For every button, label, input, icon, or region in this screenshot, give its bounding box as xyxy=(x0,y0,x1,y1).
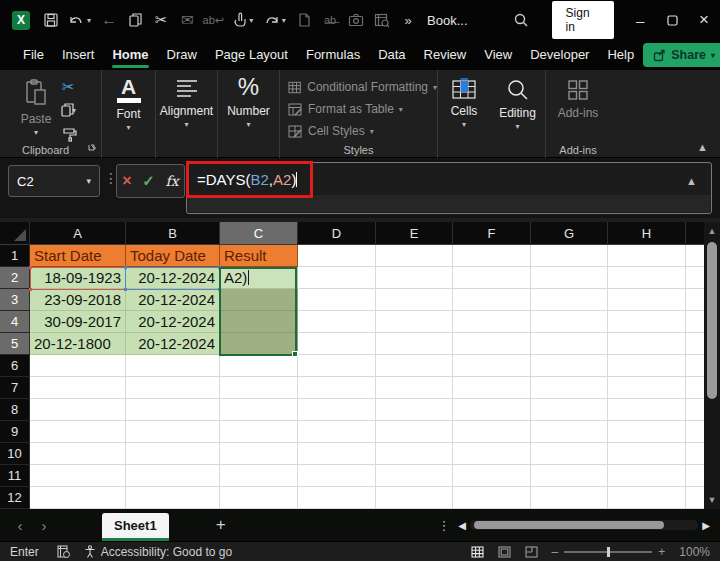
cell-styles-button[interactable]: Cell Styles ▾ xyxy=(280,120,437,142)
formula-input[interactable]: =DAYS(B2,A2) ▲ xyxy=(186,162,712,214)
addins-button[interactable]: Add-ins xyxy=(546,70,610,120)
cell-A9[interactable] xyxy=(30,421,126,443)
column-header-e[interactable]: E xyxy=(376,222,453,245)
column-header-b[interactable]: B xyxy=(126,222,220,245)
cell-H2[interactable] xyxy=(608,267,686,289)
cell-D7[interactable] xyxy=(298,377,376,399)
tab-view[interactable]: View xyxy=(475,41,521,70)
cell-A6[interactable] xyxy=(30,355,126,377)
cell-C10[interactable] xyxy=(220,443,298,465)
scroll-up-icon[interactable]: ▲ xyxy=(708,222,717,240)
cell-F7[interactable] xyxy=(453,377,531,399)
number-button[interactable]: % Number ▾ xyxy=(218,70,279,129)
row-header-7[interactable]: 7 xyxy=(0,377,30,399)
alignment-button[interactable]: Alignment ▾ xyxy=(156,70,217,129)
clipboard-dialog-launcher-icon[interactable] xyxy=(88,137,97,155)
cell-A5[interactable]: 20-12-1800 xyxy=(30,333,126,355)
cell-A4[interactable]: 30-09-2017 xyxy=(30,311,126,333)
tab-page-layout[interactable]: Page Layout xyxy=(206,41,297,70)
cell-F3[interactable] xyxy=(453,289,531,311)
column-header-d[interactable]: D xyxy=(298,222,376,245)
cell-D5[interactable] xyxy=(298,333,376,355)
cell-F12[interactable] xyxy=(453,487,531,509)
zoom-slider-thumb[interactable] xyxy=(607,547,610,557)
minimize-button[interactable]: – xyxy=(624,0,656,40)
tab-formulas[interactable]: Formulas xyxy=(297,41,369,70)
tab-data[interactable]: Data xyxy=(369,41,414,70)
cell-D3[interactable] xyxy=(298,289,376,311)
cell-G10[interactable] xyxy=(531,443,608,465)
accessibility-icon[interactable]: Accessibility: Good to go xyxy=(84,545,232,559)
tab-insert[interactable]: Insert xyxy=(53,41,104,70)
zoom-in-icon[interactable]: + xyxy=(658,545,665,559)
cell-G5[interactable] xyxy=(531,333,608,355)
macro-record-icon[interactable] xyxy=(57,545,70,558)
cell-B11[interactable] xyxy=(126,465,220,487)
tab-file[interactable]: File xyxy=(14,41,53,70)
search-icon[interactable] xyxy=(508,9,534,31)
cell-E7[interactable] xyxy=(376,377,453,399)
cell-H1[interactable] xyxy=(608,245,686,267)
column-header-f[interactable]: F xyxy=(453,222,531,245)
tab-developer[interactable]: Developer xyxy=(521,41,598,70)
cell-D4[interactable] xyxy=(298,311,376,333)
next-sheet-icon[interactable]: › xyxy=(32,517,56,534)
cell-F6[interactable] xyxy=(453,355,531,377)
cell-F5[interactable] xyxy=(453,333,531,355)
horizontal-scroll-track[interactable] xyxy=(470,520,698,530)
cell-B4[interactable]: 20-12-2024 xyxy=(126,311,220,333)
share-button[interactable]: Share ▾ xyxy=(643,43,720,67)
cell-B5[interactable]: 20-12-2024 xyxy=(126,333,220,355)
row-header-11[interactable]: 11 xyxy=(0,465,30,487)
cell-D12[interactable] xyxy=(298,487,376,509)
undo-dropdown-icon[interactable]: ▾ xyxy=(87,16,96,25)
zoom-slider[interactable] xyxy=(564,551,652,553)
page-break-view-icon[interactable] xyxy=(525,546,538,558)
horizontal-scrollbar[interactable]: ◀ ▶ xyxy=(454,520,714,531)
tab-home[interactable]: Home xyxy=(103,41,157,70)
enter-icon[interactable]: ✓ xyxy=(142,172,155,190)
close-button[interactable]: × xyxy=(688,0,720,40)
cell-F8[interactable] xyxy=(453,399,531,421)
cell-D1[interactable] xyxy=(298,245,376,267)
cell-D2[interactable] xyxy=(298,267,376,289)
tab-help[interactable]: Help xyxy=(598,41,643,70)
column-header-c[interactable]: C xyxy=(220,222,298,245)
cell-B12[interactable] xyxy=(126,487,220,509)
cell-C2[interactable]: A2) xyxy=(220,267,298,289)
vertical-scroll-thumb[interactable] xyxy=(707,242,717,399)
cell-C9[interactable] xyxy=(220,421,298,443)
cell-C6[interactable] xyxy=(220,355,298,377)
cell-H4[interactable] xyxy=(608,311,686,333)
column-header-h[interactable]: H xyxy=(608,222,686,245)
normal-view-icon[interactable] xyxy=(471,546,484,558)
vertical-scrollbar[interactable]: ▲ ▼ xyxy=(704,222,720,509)
insert-function-icon[interactable]: fx xyxy=(166,173,179,189)
maximize-button[interactable] xyxy=(656,0,688,40)
column-header-g[interactable]: G xyxy=(531,222,608,245)
cell-D11[interactable] xyxy=(298,465,376,487)
cell-F11[interactable] xyxy=(453,465,531,487)
scroll-right-icon[interactable]: ▶ xyxy=(698,520,714,531)
cell-F2[interactable] xyxy=(453,267,531,289)
cell-E8[interactable] xyxy=(376,399,453,421)
cell-G12[interactable] xyxy=(531,487,608,509)
save-icon[interactable] xyxy=(38,9,64,31)
cell-A11[interactable] xyxy=(30,465,126,487)
touch-mode-dropdown-icon[interactable]: ▾ xyxy=(249,16,258,25)
scroll-down-icon[interactable]: ▼ xyxy=(708,491,717,509)
cut-icon[interactable]: ✂ xyxy=(148,9,174,31)
font-button[interactable]: A Font ▾ xyxy=(102,70,155,132)
select-all-corner[interactable] xyxy=(0,222,30,245)
cells-button[interactable]: Cells ▾ xyxy=(438,70,490,129)
row-header-10[interactable]: 10 xyxy=(0,443,30,465)
cell-A8[interactable] xyxy=(30,399,126,421)
cell-A7[interactable] xyxy=(30,377,126,399)
cell-B10[interactable] xyxy=(126,443,220,465)
tab-review[interactable]: Review xyxy=(415,41,476,70)
cell-H6[interactable] xyxy=(608,355,686,377)
zoom-out-icon[interactable]: – xyxy=(552,545,559,559)
cell-B8[interactable] xyxy=(126,399,220,421)
signin-button[interactable]: Sign in xyxy=(552,1,615,39)
row-header-8[interactable]: 8 xyxy=(0,399,30,421)
